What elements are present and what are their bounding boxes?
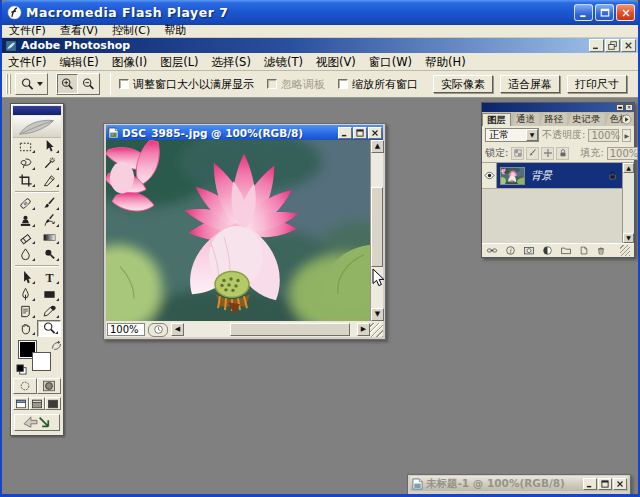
tool-eyedropper[interactable] bbox=[37, 303, 61, 320]
tool-notes[interactable] bbox=[13, 303, 37, 320]
tool-blur[interactable] bbox=[13, 246, 37, 263]
tool-zoom[interactable] bbox=[37, 320, 61, 337]
fp-menu-item-查看V[interactable]: 查看(V) bbox=[60, 25, 98, 37]
standard-mode-button[interactable] bbox=[13, 378, 37, 394]
status-info-button[interactable] bbox=[148, 323, 168, 337]
ps-menu-item-图像I[interactable]: 图像(I) bbox=[112, 56, 147, 68]
blend-mode-select[interactable]: 正常 ▼ bbox=[485, 128, 539, 142]
fp-menu-item-帮助[interactable]: 帮助 bbox=[164, 25, 186, 37]
tool-magic-wand[interactable] bbox=[37, 155, 61, 172]
document2-window[interactable]: 未标题-1 @ 100%(RGB/8) bbox=[407, 474, 631, 494]
options-button-2[interactable]: 打印尺寸 bbox=[567, 75, 627, 93]
blend-dropdown-arrow[interactable]: ▼ bbox=[526, 129, 538, 141]
options-button-0[interactable]: 实际像素 bbox=[433, 75, 493, 93]
toolbox-titlebar[interactable] bbox=[13, 106, 61, 115]
link-icon[interactable] bbox=[486, 245, 498, 256]
background-color-swatch[interactable] bbox=[33, 353, 50, 370]
palette-menu-button[interactable] bbox=[621, 114, 632, 128]
tool-crop[interactable] bbox=[13, 172, 37, 189]
zoom-in-button[interactable] bbox=[57, 74, 78, 94]
tool-clone-stamp[interactable] bbox=[13, 212, 37, 229]
layer-entry[interactable]: 背景 bbox=[497, 163, 622, 188]
horizontal-scroll-thumb[interactable] bbox=[230, 323, 350, 336]
palette-tab-史记录[interactable]: 史记录 bbox=[568, 113, 605, 126]
ps-menu-item-图层L[interactable]: 图层(L) bbox=[160, 56, 198, 68]
scroll-down-arrow[interactable]: ▼ bbox=[371, 308, 384, 321]
scroll-left-arrow[interactable]: ◀ bbox=[171, 323, 184, 336]
doc2-minimize-button[interactable] bbox=[583, 478, 597, 490]
jump-to-imageready-button[interactable] bbox=[14, 414, 60, 431]
checkbox-box[interactable] bbox=[119, 79, 129, 89]
tool-hand[interactable] bbox=[13, 320, 37, 337]
tool-brush[interactable] bbox=[37, 195, 61, 212]
swap-colors-icon[interactable] bbox=[50, 340, 63, 351]
zoom-level-field[interactable]: 100% bbox=[107, 323, 145, 336]
doc-minimize-button[interactable] bbox=[338, 127, 352, 139]
palette-tab-通道[interactable]: 通道 bbox=[512, 113, 539, 126]
opacity-value[interactable]: 100% bbox=[588, 129, 619, 142]
document-titlebar[interactable]: DSC_3985-.jpg @ 100%(RGB/8) bbox=[106, 125, 383, 140]
vertical-scroll-thumb[interactable] bbox=[371, 187, 383, 267]
fullscreen-mode-button[interactable] bbox=[45, 397, 61, 410]
palette-minimize-button[interactable]: ▬ bbox=[616, 104, 624, 111]
checkbox-box[interactable] bbox=[338, 79, 348, 89]
fp-menu-item-文件F[interactable]: 文件(F) bbox=[9, 25, 46, 37]
doc2-maximize-button[interactable] bbox=[598, 478, 612, 490]
fullscreen-menubar-mode-button[interactable] bbox=[29, 397, 45, 410]
tool-history-brush[interactable] bbox=[37, 212, 61, 229]
quick-mask-mode-button[interactable] bbox=[37, 378, 61, 394]
vertical-scrollbar[interactable]: ▲ ▼ bbox=[370, 140, 383, 321]
tool-gradient[interactable] bbox=[37, 229, 61, 246]
tool-healing-brush[interactable] bbox=[13, 195, 37, 212]
lock-transparent-button[interactable] bbox=[511, 147, 524, 160]
tool-preset-picker[interactable] bbox=[15, 73, 49, 95]
scroll-up-arrow[interactable]: ▲ bbox=[371, 140, 384, 153]
resize-grip[interactable] bbox=[370, 323, 383, 337]
close-button[interactable] bbox=[616, 4, 635, 21]
ps-menu-item-编辑E[interactable]: 编辑(E) bbox=[60, 56, 99, 68]
layer-style-icon[interactable]: f bbox=[505, 245, 516, 256]
palette-scroll-up[interactable]: ▲ bbox=[623, 163, 634, 173]
horizontal-scrollbar[interactable] bbox=[184, 323, 357, 337]
adjustment-icon[interactable] bbox=[542, 245, 553, 256]
palette-resize-grip[interactable] bbox=[620, 245, 630, 256]
ps-menu-item-文件F[interactable]: 文件(F) bbox=[8, 56, 47, 68]
fill-value[interactable]: 100% bbox=[607, 147, 638, 160]
tool-move[interactable] bbox=[37, 138, 61, 155]
ps-close-button[interactable] bbox=[621, 39, 636, 52]
ps-menu-item-视图V[interactable]: 视图(V) bbox=[316, 56, 356, 68]
minimize-button[interactable] bbox=[574, 4, 593, 21]
folder-icon[interactable] bbox=[560, 245, 572, 256]
options-button-1[interactable]: 适合屏幕 bbox=[500, 75, 560, 93]
standard-screen-mode-button[interactable] bbox=[13, 397, 29, 410]
options-bar-grip[interactable] bbox=[6, 74, 11, 94]
layer-mask-icon[interactable] bbox=[523, 245, 535, 256]
fp-menu-item-控制C[interactable]: 控制(C) bbox=[112, 25, 150, 37]
palette-titlebar[interactable]: ▬ ✕ bbox=[482, 103, 634, 112]
doc-maximize-button[interactable] bbox=[353, 127, 367, 139]
tool-lasso[interactable] bbox=[13, 155, 37, 172]
tool-shape[interactable] bbox=[37, 286, 61, 303]
option-checkbox-0[interactable]: 调整窗口大小以满屏显示 bbox=[119, 77, 254, 92]
ps-restore-button[interactable] bbox=[605, 39, 620, 52]
trash-icon[interactable] bbox=[596, 245, 606, 256]
tool-eraser[interactable] bbox=[13, 229, 37, 246]
palette-close-button[interactable]: ✕ bbox=[625, 104, 633, 111]
ps-menu-item-窗口W[interactable]: 窗口(W) bbox=[369, 56, 412, 68]
lock-all-button[interactable] bbox=[556, 147, 569, 160]
zoom-out-button[interactable] bbox=[78, 74, 99, 94]
maximize-button[interactable] bbox=[595, 4, 614, 21]
ps-menu-item-滤镜T[interactable]: 滤镜(T) bbox=[264, 56, 303, 68]
document2-titlebar[interactable]: 未标题-1 @ 100%(RGB/8) bbox=[410, 476, 628, 491]
new-layer-icon[interactable] bbox=[579, 245, 589, 256]
doc2-close-button[interactable] bbox=[613, 478, 627, 490]
tool-path-select[interactable] bbox=[13, 269, 37, 286]
ps-menu-item-选择S[interactable]: 选择(S) bbox=[212, 56, 251, 68]
palette-tab-路径[interactable]: 路径 bbox=[540, 113, 567, 126]
default-colors-icon[interactable] bbox=[16, 364, 27, 375]
option-checkbox-2[interactable]: 缩放所有窗口 bbox=[338, 77, 418, 92]
tool-pen[interactable] bbox=[13, 286, 37, 303]
scroll-right-arrow[interactable]: ▶ bbox=[357, 323, 370, 336]
visibility-cell[interactable] bbox=[482, 163, 497, 188]
tool-slice[interactable] bbox=[37, 172, 61, 189]
